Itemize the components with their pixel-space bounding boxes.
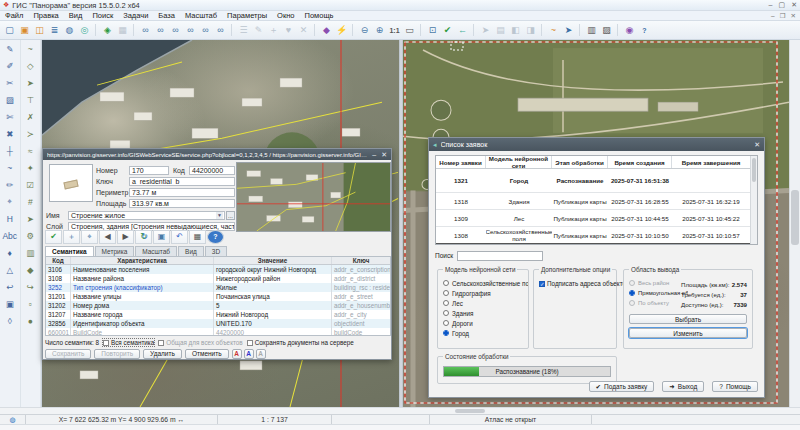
save-icon[interactable]: ▣ [153, 230, 170, 244]
common-for-all-checkbox[interactable]: Общая для всех объектов [158, 339, 242, 346]
next-object-icon[interactable]: ▶ [117, 230, 134, 244]
mdi-window-button[interactable]: ❐ [780, 12, 786, 20]
hatch-tool-icon[interactable]: ▥ [21, 244, 40, 261]
repeat-button[interactable]: Повторить [94, 349, 140, 359]
model-radio-option[interactable]: Гидрография [438, 288, 528, 298]
undo-icon[interactable]: ↶ [171, 230, 188, 244]
change-area-button[interactable]: Изменить [629, 328, 747, 338]
shape-tool-icon[interactable]: ◊ [0, 312, 19, 329]
redo-tool-icon[interactable]: ↪ [21, 278, 40, 295]
table-row[interactable]: 3252 Тип строения (классификатор) Жилые … [46, 283, 390, 292]
table-row[interactable]: 660001 BuildCode 44200000 buildCode [46, 328, 390, 336]
open-geoportal-icon[interactable]: ◍ [62, 22, 77, 38]
model-radio-option[interactable]: Здания [438, 308, 528, 318]
select-area-icon[interactable]: ⊡ [425, 22, 440, 38]
vertical-scrollbar[interactable] [789, 40, 800, 407]
table-row[interactable]: 3108 Название района Нижегородский район… [46, 274, 390, 283]
delete-tool-icon[interactable]: ✖ [0, 125, 19, 142]
abc-label-icon[interactable]: Abc [0, 227, 19, 244]
search-by-name-icon[interactable]: ∞ [153, 22, 168, 38]
undo-tool-icon[interactable]: ↩ [0, 278, 19, 295]
check-layers-icon[interactable]: ☑ [21, 176, 40, 193]
help-pointer-icon[interactable]: ? [637, 22, 652, 38]
horizontal-scrollbar-thumb[interactable] [455, 409, 485, 413]
chevron-down-icon[interactable]: ▼ [216, 212, 223, 219]
name-more-button[interactable]: ... [226, 211, 235, 220]
globe-icon[interactable]: ◍ [0, 415, 26, 424]
horizontal-scrollbar[interactable] [0, 407, 800, 414]
open-database-icon[interactable]: ≣ [47, 22, 62, 38]
save-docs-checkbox[interactable]: Сохранять документы на сервере [247, 339, 354, 346]
table-row[interactable]: 1308 Сельскохозяйственные поля Публикаци… [436, 227, 750, 244]
mdi-window-button[interactable]: ‒ [771, 12, 775, 20]
image-tool-icon[interactable]: ▣ [0, 295, 19, 312]
output-radio-option[interactable]: Прямоугольная область [624, 288, 688, 298]
tab[interactable]: Метрика [95, 246, 135, 256]
brush-tool-icon[interactable]: ✦ [21, 159, 40, 176]
requests-dialog-titlebar[interactable]: ◂ Список заявок ✕ [429, 138, 764, 151]
output-radio-option[interactable]: Весь район [624, 278, 688, 288]
web-service-icon[interactable]: ◎ [77, 22, 92, 38]
cut-line-icon[interactable]: ✂ [0, 74, 19, 91]
confirm-icon[interactable]: ✔ [45, 230, 62, 244]
open-map-icon[interactable]: ▣ [17, 22, 32, 38]
vertical-scrollbar-thumb[interactable] [791, 190, 799, 245]
search-input[interactable] [457, 251, 543, 261]
palette-icon[interactable]: ◉ [622, 22, 637, 38]
tab[interactable]: Вид [178, 246, 204, 256]
font-red-button[interactable]: A [232, 349, 242, 359]
name-combo[interactable]: Строение жилое▼ [68, 211, 225, 220]
pencil-tool-icon[interactable]: ✏ [0, 176, 19, 193]
close-icon[interactable]: ✕ [754, 141, 760, 149]
close-icon[interactable]: ✕ [791, 1, 797, 9]
table-row[interactable]: 1318 Здания Публикация карты 2025-07-31 … [436, 193, 750, 210]
output-radio-option[interactable]: По объекту [624, 298, 688, 308]
table-row[interactable]: 31201 Название улицы Почаинская улица ad… [46, 292, 390, 301]
new-map-icon[interactable]: ▢ [2, 22, 17, 38]
menu-item[interactable]: Параметры [222, 11, 272, 20]
table-row[interactable]: 32856 Идентификатор объекта UNITED.170 o… [46, 319, 390, 328]
point-tool-icon[interactable]: ● [21, 312, 40, 329]
edit-line-icon[interactable]: ✐ [0, 57, 19, 74]
draw-tool-icon[interactable]: ✎ [0, 40, 19, 57]
documents-icon[interactable]: ▦ [189, 230, 206, 244]
menu-item[interactable]: Масштаб [180, 11, 222, 20]
tab[interactable]: Семантика [45, 246, 94, 256]
menu-item[interactable]: Файл [0, 11, 28, 20]
angle-tool-icon[interactable]: ≻ [21, 125, 40, 142]
table-row[interactable]: 3106 Наименование поселения городской ок… [46, 265, 390, 274]
menu-item[interactable]: Окно [272, 11, 299, 20]
spline-tool-icon[interactable]: ~ [21, 40, 40, 57]
tab[interactable]: Масштаб [135, 246, 177, 256]
map-nav-icon[interactable]: ◨ [523, 22, 538, 38]
minimize-icon[interactable]: – [372, 151, 376, 158]
model-radio-option[interactable]: Лес [438, 298, 528, 308]
zoom-in-icon[interactable]: ⊕ [372, 22, 387, 38]
key-field[interactable]: a_residential_b [129, 177, 235, 186]
menu-item[interactable]: Задачи [118, 11, 153, 20]
add-object-icon[interactable]: ＋ [266, 22, 281, 38]
delete-button[interactable]: Удалить [143, 349, 182, 359]
print-icon[interactable]: ▥ [584, 22, 599, 38]
select-area-button[interactable]: Выбрать [629, 314, 747, 324]
diamond-tool-icon[interactable]: ◆ [21, 261, 40, 278]
model-radio-option[interactable]: Сельскохозяйственные поля [438, 278, 528, 288]
search-by-list-icon[interactable]: ∞ [168, 22, 183, 38]
font-gray-button[interactable]: A [256, 349, 266, 359]
table-row[interactable]: 1321 Город Распознавание 2025-07-31 16:5… [436, 169, 750, 193]
zoom-out-icon[interactable]: ⊖ [357, 22, 372, 38]
marker-tool-icon[interactable]: ♦ [0, 244, 19, 261]
menu-item[interactable]: Помощь [300, 11, 339, 20]
map-select-icon[interactable]: ◧ [508, 22, 523, 38]
prev-object-icon[interactable]: ◀ [99, 230, 116, 244]
help-icon[interactable]: ? [207, 230, 224, 244]
all-semantics-checkbox[interactable]: Вся семантика [103, 339, 154, 346]
arrow-tool-icon[interactable]: ➤ [21, 210, 40, 227]
submit-request-button[interactable]: ✔Подать заявку [589, 381, 655, 392]
table-row[interactable]: 31207 Название города Нижний Новгород ad… [46, 310, 390, 319]
map-scale[interactable]: 1 : 7 137 [218, 415, 332, 424]
h-tool-icon[interactable]: H [0, 210, 19, 227]
sign-addresses-checkbox[interactable]: Подписать адреса объектов [539, 280, 629, 287]
route-icon[interactable]: ~ [546, 22, 561, 38]
tab[interactable]: 3D [205, 246, 227, 256]
